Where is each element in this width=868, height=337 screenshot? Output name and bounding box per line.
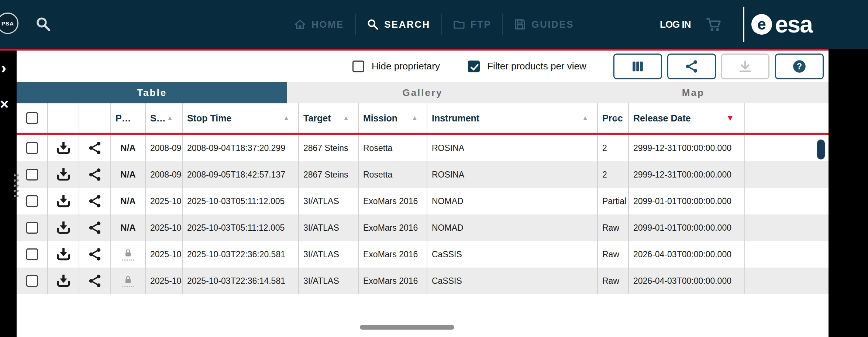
cell-instrument: CaSSIS bbox=[427, 241, 598, 268]
row-share-button[interactable] bbox=[88, 221, 102, 235]
row-checkbox[interactable] bbox=[26, 195, 38, 207]
row-share-button[interactable] bbox=[88, 194, 102, 208]
row-download-button[interactable] bbox=[56, 273, 71, 289]
row-download-button[interactable] bbox=[56, 220, 71, 235]
tab-gallery[interactable]: Gallery bbox=[287, 82, 558, 103]
row-download-button[interactable] bbox=[56, 193, 71, 209]
cell-target: 2867 Steins bbox=[299, 161, 359, 188]
cell-proprietary: N/A bbox=[111, 135, 146, 161]
row-share-button[interactable] bbox=[88, 141, 102, 155]
cell-stop: 2008-09-05T18:42:57.137 bbox=[183, 161, 299, 188]
column-header-release[interactable]: Release Date▼ bbox=[629, 103, 745, 133]
nav-item-search[interactable]: SEARCH bbox=[356, 18, 441, 30]
column-header-label: Release Date bbox=[633, 113, 691, 124]
row-share-button[interactable] bbox=[88, 274, 102, 288]
cell-stop: 2008-09-04T18:37:20.299 bbox=[183, 135, 299, 161]
column-header-mission[interactable]: Mission▲ bbox=[359, 103, 427, 133]
checkbox-box[interactable] bbox=[468, 61, 480, 72]
cell-instrument: NOMAD bbox=[427, 188, 598, 214]
esa-logo[interactable]: e esa bbox=[751, 0, 812, 49]
row-checkbox[interactable] bbox=[26, 275, 38, 287]
expand-panel-chevron-icon[interactable]: › bbox=[1, 59, 6, 76]
table-row: 2025-10-2025-10-03T22:36:20.5813I/ATLASE… bbox=[17, 241, 829, 268]
lock-underline bbox=[122, 259, 134, 261]
navbar-search-icon[interactable] bbox=[35, 16, 51, 32]
cell-proc: Raw bbox=[598, 268, 629, 294]
download-button[interactable] bbox=[721, 54, 769, 79]
save-icon bbox=[514, 18, 526, 30]
vertical-scrollbar-thumb[interactable] bbox=[817, 140, 825, 159]
row-share-cell bbox=[79, 135, 111, 161]
tab-label: Map bbox=[682, 87, 705, 99]
column-header-instrument[interactable]: Instrument▲ bbox=[427, 103, 598, 133]
row-checkbox[interactable] bbox=[26, 169, 38, 180]
select-all-checkbox[interactable] bbox=[26, 112, 38, 124]
cell-mission: Rosetta bbox=[359, 135, 427, 161]
column-header-label: Target bbox=[303, 113, 331, 124]
cart-icon[interactable] bbox=[706, 16, 722, 32]
column-header-proprietary[interactable]: P… bbox=[111, 103, 146, 133]
nav-item-home[interactable]: HOME bbox=[283, 18, 355, 30]
header-download-col bbox=[48, 103, 79, 133]
row-select-cell bbox=[17, 135, 48, 161]
checkbox-hide-proprietary[interactable]: Hide proprietary bbox=[352, 61, 440, 72]
cell-release: 2026-04-03T00:00:00.000 bbox=[629, 268, 745, 294]
close-panel-icon[interactable]: × bbox=[0, 97, 8, 111]
cell-mission: ExoMars 2016 bbox=[359, 241, 427, 268]
row-download-button[interactable] bbox=[56, 247, 71, 262]
column-header-label: Instrument bbox=[432, 113, 479, 124]
row-download-button[interactable] bbox=[56, 167, 71, 182]
cell-instrument: ROSINA bbox=[427, 135, 598, 161]
cell-start: 2025-10- bbox=[146, 188, 183, 214]
cell-start: 2025-10- bbox=[146, 214, 183, 241]
cell-target: 2867 Steins bbox=[299, 135, 359, 161]
nav-item-guides[interactable]: GUIDES bbox=[503, 18, 585, 30]
column-header-start[interactable]: S…▲ bbox=[146, 103, 183, 133]
horizontal-scrollbar[interactable] bbox=[360, 325, 454, 330]
checkbox-box[interactable] bbox=[352, 61, 364, 72]
proprietary-lock[interactable] bbox=[122, 275, 134, 287]
table-row: N/A2025-10-2025-10-03T05:11:12.0053I/ATL… bbox=[17, 188, 829, 214]
share-icon bbox=[685, 59, 699, 73]
cell-instrument: ROSINA bbox=[427, 161, 598, 188]
proprietary-value: N/A bbox=[120, 169, 135, 180]
row-download-button[interactable] bbox=[56, 140, 71, 156]
column-header-target[interactable]: Target▲ bbox=[299, 103, 359, 133]
row-checkbox[interactable] bbox=[26, 248, 38, 260]
resize-handle[interactable] bbox=[13, 173, 19, 199]
row-share-button[interactable] bbox=[88, 247, 102, 261]
esa-logo-text: esa bbox=[775, 13, 812, 36]
sort-asc-icon: ▲ bbox=[411, 114, 418, 122]
row-checkbox[interactable] bbox=[26, 222, 38, 234]
row-share-cell bbox=[79, 241, 111, 268]
row-share-button[interactable] bbox=[88, 168, 102, 182]
nav-item-label: SEARCH bbox=[384, 19, 430, 30]
checkbox-label: Filter products per view bbox=[487, 61, 586, 72]
row-download-cell bbox=[48, 161, 79, 188]
download-icon bbox=[56, 273, 71, 289]
tab-map[interactable]: Map bbox=[558, 82, 829, 103]
psa-logo[interactable]: PSA bbox=[0, 13, 18, 34]
tab-table[interactable]: Table bbox=[17, 82, 287, 103]
row-select-cell bbox=[17, 268, 48, 294]
share-button[interactable] bbox=[667, 54, 716, 79]
cell-filler bbox=[745, 241, 829, 268]
proprietary-lock[interactable] bbox=[122, 248, 134, 261]
sort-asc-icon: ▲ bbox=[343, 114, 349, 122]
nav-item-ftp[interactable]: FTP bbox=[442, 18, 503, 30]
cell-proc: 2 bbox=[598, 161, 629, 188]
row-checkbox[interactable] bbox=[26, 142, 38, 154]
toolbar: Hide proprietaryFilter products per view… bbox=[17, 51, 829, 82]
checkbox-filter-products-per-view[interactable]: Filter products per view bbox=[468, 61, 586, 72]
cell-filler bbox=[745, 268, 829, 294]
row-select-cell bbox=[17, 188, 48, 214]
cell-stop: 2025-10-03T05:11:12.005 bbox=[183, 188, 299, 214]
cell-proprietary: N/A bbox=[111, 214, 146, 241]
share-icon bbox=[88, 194, 102, 208]
column-header-stop[interactable]: Stop Time▲ bbox=[183, 103, 299, 133]
column-header-label: Mission bbox=[363, 113, 397, 124]
login-button[interactable]: LOG IN bbox=[660, 0, 691, 49]
help-button[interactable]: ? bbox=[775, 54, 824, 79]
column-header-proc[interactable]: Proc▲ bbox=[598, 103, 629, 133]
columns-button[interactable] bbox=[613, 54, 662, 79]
